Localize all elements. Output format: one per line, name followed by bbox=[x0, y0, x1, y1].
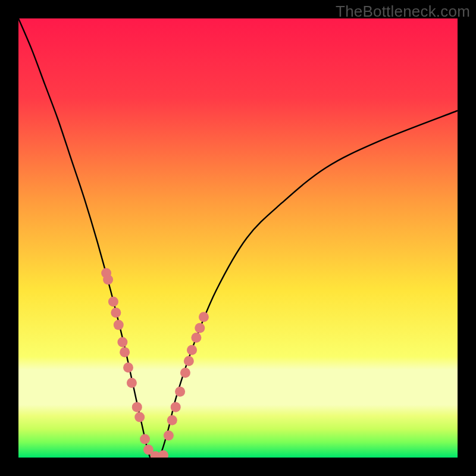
data-point bbox=[103, 275, 113, 285]
data-point bbox=[171, 402, 181, 412]
data-point bbox=[134, 412, 145, 422]
data-point bbox=[117, 337, 127, 347]
data-point bbox=[127, 378, 137, 388]
data-point bbox=[167, 415, 177, 425]
scatter-left bbox=[101, 268, 161, 458]
plot-area bbox=[18, 18, 458, 458]
data-point bbox=[199, 312, 209, 322]
data-point bbox=[132, 402, 142, 412]
data-point bbox=[111, 308, 121, 318]
chart-svg bbox=[18, 18, 458, 458]
data-point bbox=[180, 368, 190, 378]
data-point bbox=[123, 362, 133, 372]
data-point bbox=[164, 431, 174, 441]
watermark-text: TheBottleneck.com bbox=[336, 2, 470, 21]
data-point bbox=[175, 387, 185, 397]
data-point bbox=[184, 356, 194, 366]
data-point bbox=[195, 323, 205, 333]
data-point bbox=[108, 297, 118, 307]
data-point bbox=[191, 333, 201, 343]
chart-frame: TheBottleneck.com bbox=[0, 0, 476, 476]
data-point bbox=[140, 434, 150, 444]
data-point bbox=[114, 320, 124, 330]
data-point bbox=[187, 345, 197, 355]
bottleneck-curve bbox=[18, 18, 458, 458]
data-point bbox=[120, 347, 130, 357]
scatter-right bbox=[158, 312, 209, 458]
data-point bbox=[158, 450, 168, 458]
